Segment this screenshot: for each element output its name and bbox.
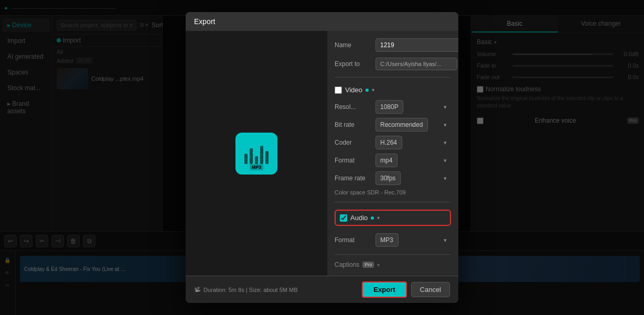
bitrate-select-wrapper: Recommended Low Medium High — [375, 118, 451, 132]
coder-row: Coder H.264 H.265 — [335, 136, 451, 149]
export-button[interactable]: Export — [362, 281, 406, 298]
mp3-icon-container: MP3 — [235, 133, 277, 175]
captions-chevron[interactable]: ▾ — [377, 262, 380, 268]
bar-1 — [244, 154, 248, 164]
bitrate-row: Bit rate Recommended Low Medium High — [335, 118, 451, 132]
export-to-container: 📁 — [375, 57, 458, 71]
audio-collapse-arrow[interactable]: ▾ — [377, 215, 380, 221]
format-select-wrapper: mp4 mov avi — [375, 154, 451, 167]
mp3-tag: MP3 — [250, 164, 264, 170]
coder-select[interactable]: H.264 H.265 — [375, 136, 402, 149]
cancel-button[interactable]: Cancel — [411, 282, 450, 297]
format-row: Format mp4 mov avi — [335, 154, 451, 167]
framerate-row: Frame rate 30fps 24fps 25fps 60fps — [335, 171, 451, 185]
modal-form: Name Export to 📁 Video — [327, 31, 458, 276]
audio-format-label: Format — [335, 236, 371, 244]
resol-label: Resol... — [335, 103, 371, 111]
footer-info: 📽 Duration: 5m 8s | Size: about 5M MB — [194, 286, 298, 294]
resolution-row: Resol... 1080P 720P 2K 4K — [335, 100, 451, 114]
framerate-select[interactable]: 30fps 24fps 25fps 60fps — [375, 171, 401, 185]
footer-buttons: Export Cancel — [362, 281, 450, 298]
audio-format-row: Format MP3 AAC WAV — [335, 232, 451, 248]
audio-format-select-wrapper: MP3 AAC WAV — [375, 233, 451, 247]
audio-checkbox[interactable] — [340, 214, 347, 222]
colorspace-label: Color space SDR - Rec.709 — [335, 189, 451, 195]
modal-preview: MP3 — [186, 31, 327, 276]
framerate-label: Frame rate — [335, 175, 371, 182]
info-icon: 📽 — [194, 286, 200, 294]
mp3-bars — [244, 143, 269, 164]
modal-header: Export — [186, 12, 458, 31]
bar-3 — [255, 156, 258, 164]
bar-2 — [250, 148, 253, 164]
captions-row: Captions Pro ▾ — [335, 261, 451, 268]
divider-1 — [335, 77, 451, 78]
bitrate-select[interactable]: Recommended Low Medium High — [375, 118, 428, 132]
video-collapse-arrow[interactable]: ▾ — [372, 87, 374, 93]
name-input[interactable] — [375, 38, 458, 52]
export-to-row: Export to 📁 — [335, 57, 451, 71]
audio-dot — [371, 216, 374, 220]
audio-format-select[interactable]: MP3 AAC WAV — [375, 233, 399, 247]
divider-2 — [335, 202, 451, 202]
audio-section-highlighted: Audio ▾ — [335, 210, 451, 226]
divider-3 — [335, 254, 451, 255]
colorspace-row: Color space SDR - Rec.709 — [335, 189, 451, 195]
export-path-input[interactable] — [375, 58, 457, 70]
resolution-select[interactable]: 1080P 720P 2K 4K — [375, 100, 403, 114]
mp3-icon: MP3 — [235, 133, 277, 175]
video-checkbox[interactable] — [335, 86, 342, 94]
name-label: Name — [335, 41, 371, 49]
name-row: Name — [335, 38, 451, 52]
captions-label: Captions — [335, 261, 359, 268]
resol-select-wrapper: 1080P 720P 2K 4K — [375, 100, 451, 114]
bar-5 — [265, 151, 269, 164]
modal-footer: 📽 Duration: 5m 8s | Size: about 5M MB Ex… — [186, 276, 458, 303]
coder-label: Coder — [335, 139, 371, 146]
export-to-label: Export to — [335, 60, 371, 68]
bar-4 — [260, 146, 263, 164]
framerate-select-wrapper: 30fps 24fps 25fps 60fps — [375, 171, 451, 185]
video-section: Video ▾ Resol... 1080P 720P 2K 4K — [335, 84, 451, 195]
format-select[interactable]: mp4 mov avi — [375, 154, 398, 167]
format-label: Format — [335, 157, 371, 164]
modal-body: MP3 Name Export to 📁 — [186, 31, 458, 276]
video-section-header: Video ▾ — [335, 84, 451, 96]
export-modal: Export MP3 — [186, 12, 458, 303]
coder-select-wrapper: H.264 H.265 — [375, 136, 451, 149]
video-dot — [366, 89, 369, 92]
modal-overlay[interactable]: Export MP3 — [0, 0, 644, 315]
bitrate-label: Bit rate — [335, 121, 371, 128]
captions-pro-badge: Pro — [362, 262, 374, 268]
